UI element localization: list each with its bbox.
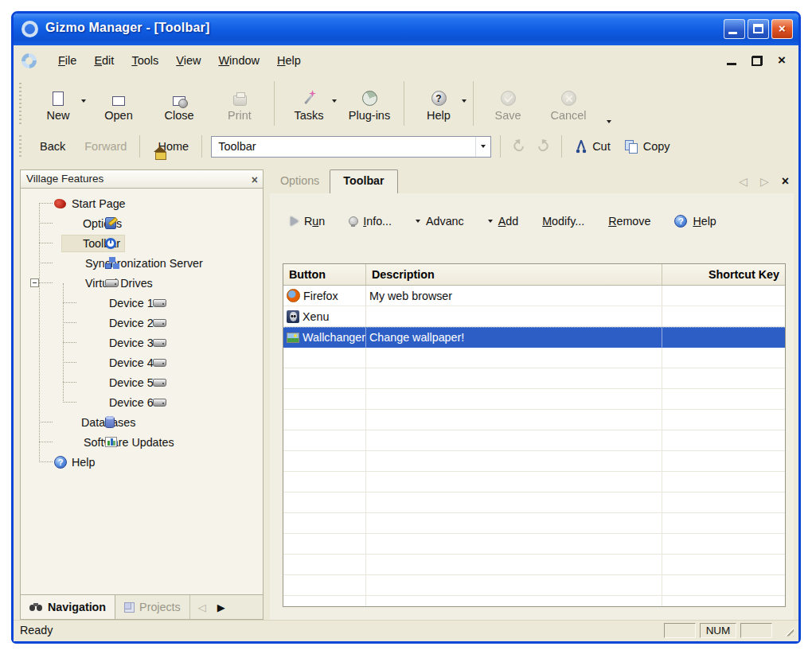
- sidebar-panel: Village Features × Start Page Options To…: [20, 169, 264, 620]
- column-header-shortcut[interactable]: Shortcut Key: [662, 264, 785, 285]
- advanced-button[interactable]: Advanc: [416, 215, 464, 228]
- toolbar-power-icon: [105, 238, 116, 249]
- minimize-button[interactable]: [724, 19, 745, 39]
- scroll-right-icon[interactable]: ▶: [217, 601, 225, 613]
- options-icon: [105, 217, 116, 229]
- tasks-button[interactable]: Tasks: [279, 79, 339, 128]
- tab-projects[interactable]: Projects: [115, 595, 190, 619]
- close-document-button[interactable]: Close: [149, 79, 209, 128]
- main-panel: OptionsToolbar ◁ ▷ × Run Info... Adva: [270, 169, 794, 620]
- toolbar-separator: [404, 81, 404, 126]
- menu-window[interactable]: Window: [209, 52, 268, 69]
- sidebar-item-help[interactable]: ? Help: [21, 452, 263, 472]
- menu-file[interactable]: File: [49, 52, 85, 69]
- tab-close-icon[interactable]: ×: [782, 174, 789, 189]
- run-button[interactable]: Run: [291, 215, 325, 228]
- add-button[interactable]: Add: [488, 215, 518, 228]
- tab-navigation[interactable]: Navigation: [21, 595, 115, 619]
- resize-grip[interactable]: [783, 625, 794, 636]
- drive-icon: [153, 299, 166, 307]
- forward-button: Forward: [72, 140, 134, 153]
- dropdown-icon: [488, 220, 493, 223]
- table-row[interactable]: Firefox My web browser: [283, 286, 785, 306]
- back-button[interactable]: Back: [28, 140, 72, 153]
- copy-button[interactable]: Copy: [618, 140, 677, 153]
- maximize-button[interactable]: [748, 19, 769, 39]
- menu-help[interactable]: Help: [268, 52, 310, 69]
- combobox-dropdown-button[interactable]: [475, 137, 490, 157]
- mdi-minimize-icon[interactable]: [727, 63, 736, 65]
- play-icon: [291, 216, 299, 226]
- drive-icon: [153, 399, 166, 407]
- close-button[interactable]: ×: [771, 19, 793, 39]
- sidebar-item-device-5[interactable]: Device 5: [21, 372, 263, 392]
- dropdown-icon[interactable]: [332, 99, 337, 103]
- table-row-selected[interactable]: Wallchanger Change wallpaper!: [283, 327, 785, 348]
- sidebar-title: Village Features: [26, 173, 103, 185]
- new-button[interactable]: New: [28, 79, 88, 128]
- database-icon: [105, 416, 115, 428]
- toolbar-overflow-icon[interactable]: [607, 120, 611, 123]
- dropdown-icon[interactable]: [462, 99, 467, 103]
- modify-button[interactable]: Modify...: [542, 215, 584, 228]
- help-button[interactable]: ? Help: [408, 79, 469, 128]
- document-tab-bar: OptionsToolbar ◁ ▷ ×: [270, 169, 794, 193]
- plugins-button[interactable]: Plug-ins: [339, 79, 400, 128]
- page-combobox[interactable]: Toolbar: [211, 136, 491, 158]
- wallpaper-icon: [287, 333, 299, 343]
- main-toolbar: New Open Close Print Tasks Plug-ins ? He…: [14, 76, 798, 131]
- window-title: Gizmo Manager - [Toolbar]: [45, 21, 209, 35]
- tab-scroll-right-icon: ▷: [760, 175, 769, 188]
- binoculars-icon: [29, 603, 43, 611]
- info-button[interactable]: Info...: [349, 215, 392, 228]
- column-header-description[interactable]: Description: [366, 264, 662, 285]
- start-page-icon: [54, 199, 66, 208]
- navigation-toolbar: Back Forward Home Toolbar Cut Copy: [14, 131, 798, 162]
- mdi-close-icon[interactable]: ×: [778, 53, 786, 68]
- home-button[interactable]: Home: [146, 140, 196, 153]
- sidebar-item-options[interactable]: Options: [21, 213, 263, 233]
- redo-button: [531, 142, 556, 151]
- help-icon: ?: [674, 215, 687, 228]
- column-header-button[interactable]: Button: [283, 264, 366, 285]
- dropdown-icon: [416, 220, 420, 223]
- sidebar-item-software-updates[interactable]: Software Updates: [21, 432, 263, 452]
- app-window: Gizmo Manager - [Toolbar] × File Edit To…: [11, 11, 801, 644]
- menu-tools[interactable]: Tools: [123, 52, 167, 69]
- status-message: Ready: [20, 624, 53, 636]
- dropdown-icon[interactable]: [81, 99, 86, 103]
- remove-button[interactable]: Remove: [608, 215, 650, 228]
- sidebar-close-icon[interactable]: ×: [252, 171, 258, 189]
- sidebar-item-device-4[interactable]: Device 4: [21, 352, 263, 372]
- toolbar-separator: [139, 135, 140, 158]
- info-bulb-icon: [349, 216, 357, 227]
- menu-edit[interactable]: Edit: [85, 52, 123, 69]
- mdi-restore-icon[interactable]: [751, 56, 763, 66]
- help-button-inline[interactable]: ? Help: [674, 215, 716, 228]
- sidebar-item-start-page[interactable]: Start Page: [21, 193, 263, 213]
- title-bar: Gizmo Manager - [Toolbar] ×: [14, 14, 798, 45]
- sidebar-item-databases[interactable]: Databases: [21, 412, 263, 432]
- system-menu-icon[interactable]: [21, 53, 37, 68]
- table-row[interactable]: Xenu: [283, 306, 785, 327]
- sidebar-item-device-6[interactable]: Device 6: [21, 392, 263, 412]
- collapse-icon[interactable]: [30, 278, 39, 287]
- menu-view[interactable]: View: [167, 52, 209, 69]
- save-button: Save: [478, 79, 538, 128]
- toolbar-separator: [473, 81, 474, 126]
- sidebar-item-virtual-drives[interactable]: Virtual Drives: [21, 273, 263, 293]
- sidebar-item-device-3[interactable]: Device 3: [21, 333, 263, 352]
- sidebar-item-sync-server[interactable]: Synchronization Server: [21, 253, 263, 273]
- tab-options[interactable]: Options: [270, 169, 330, 192]
- open-button[interactable]: Open: [88, 79, 149, 128]
- drive-icon: [153, 359, 166, 367]
- tab-toolbar[interactable]: Toolbar: [330, 169, 397, 193]
- drive-icon: [105, 279, 119, 287]
- sidebar-item-toolbar[interactable]: Toolbar: [21, 233, 263, 253]
- drive-icon: [153, 339, 166, 347]
- sidebar-item-device-2[interactable]: Device 2: [21, 313, 263, 333]
- sidebar-item-device-1[interactable]: Device 1: [21, 293, 263, 313]
- toolbar-grip[interactable]: [19, 83, 21, 124]
- toolbar-grip[interactable]: [19, 135, 21, 158]
- cut-button[interactable]: Cut: [568, 140, 618, 154]
